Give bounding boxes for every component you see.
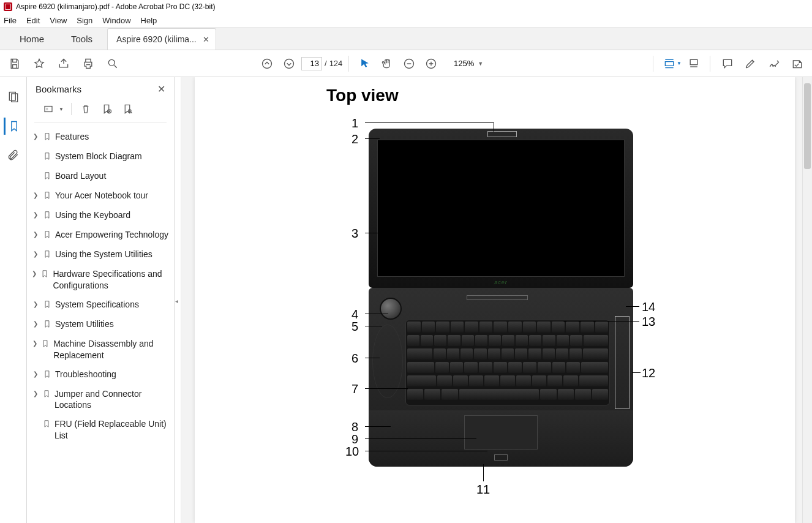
bookmark-label: Using the System Utilities bbox=[55, 249, 152, 260]
menu-view[interactable]: View bbox=[50, 16, 67, 25]
find-bookmark-icon[interactable] bbox=[121, 102, 134, 116]
document-viewer[interactable]: Top view acer bbox=[181, 77, 812, 523]
bookmark-item[interactable]: ❯Troubleshooting bbox=[31, 365, 171, 385]
bookmark-item[interactable]: ❯Jumper and Connector Locations bbox=[31, 385, 171, 415]
new-bookmark-icon[interactable] bbox=[100, 102, 113, 116]
bookmark-label: Jumper and Connector Locations bbox=[55, 388, 170, 412]
chevron-right-icon[interactable]: ❯ bbox=[32, 338, 37, 349]
menu-edit[interactable]: Edit bbox=[26, 16, 40, 25]
bookmark-label: Using the Keyboard bbox=[55, 209, 130, 221]
bookmark-icon bbox=[43, 171, 51, 182]
highlight-icon[interactable] bbox=[741, 54, 761, 73]
menu-file[interactable]: File bbox=[4, 16, 17, 25]
print-icon[interactable] bbox=[78, 54, 98, 73]
tab-tools[interactable]: Tools bbox=[58, 28, 106, 50]
selection-tool-icon[interactable] bbox=[355, 54, 375, 73]
sign-icon[interactable] bbox=[764, 54, 784, 73]
zoom-out-icon[interactable] bbox=[399, 54, 419, 73]
find-icon[interactable] bbox=[103, 54, 122, 73]
bookmarks-panel: Bookmarks ✕ ▼ ❯FeaturesSystem Block Diag… bbox=[27, 77, 175, 523]
laptop-brand: acer bbox=[494, 279, 508, 285]
chevron-right-icon[interactable]: ❯ bbox=[32, 131, 39, 142]
bookmark-label: Hardware Specifications and Configuratio… bbox=[53, 268, 170, 292]
zoom-in-icon[interactable] bbox=[421, 54, 441, 73]
bookmark-icon bbox=[43, 319, 51, 331]
menu-sign[interactable]: Sign bbox=[77, 16, 92, 25]
bookmark-item[interactable]: ❯System Specifications bbox=[31, 295, 171, 315]
zoom-dropdown[interactable]: 125% ▼ bbox=[443, 57, 483, 70]
bookmark-item[interactable]: ❯Using the System Utilities bbox=[31, 245, 171, 265]
menu-window[interactable]: Window bbox=[102, 16, 130, 25]
star-icon[interactable] bbox=[29, 54, 49, 73]
bookmark-item[interactable]: FRU (Field Replaceable Unit) List bbox=[31, 415, 171, 445]
page-sep: / bbox=[325, 59, 327, 68]
leader-line bbox=[632, 372, 641, 373]
page-down-icon[interactable] bbox=[279, 54, 299, 73]
callout-14: 14 bbox=[642, 300, 655, 314]
comment-icon[interactable] bbox=[718, 54, 737, 73]
tab-home[interactable]: Home bbox=[6, 28, 58, 50]
bookmark-item[interactable]: ❯Machine Disassembly and Replacement bbox=[31, 334, 171, 365]
bookmark-label: System Utilities bbox=[55, 318, 114, 330]
bookmark-item[interactable]: Board Layout bbox=[31, 167, 171, 186]
callout-11: 11 bbox=[476, 483, 490, 497]
main-toolbar: / 124 125% ▼ ▼ bbox=[0, 50, 812, 77]
callout-10: 10 bbox=[345, 445, 359, 459]
callout-7: 7 bbox=[351, 382, 358, 396]
bookmark-item[interactable]: ❯System Utilities bbox=[31, 315, 171, 334]
svg-rect-5 bbox=[690, 59, 697, 64]
vertical-scrollbar[interactable] bbox=[802, 77, 812, 523]
callout-13: 13 bbox=[642, 315, 655, 329]
chevron-right-icon[interactable]: ❯ bbox=[32, 388, 39, 399]
bookmark-item[interactable]: ❯Acer Empowering Technology bbox=[31, 225, 171, 245]
leader-line bbox=[626, 306, 639, 307]
share-icon[interactable] bbox=[54, 54, 73, 73]
chevron-right-icon[interactable]: ❯ bbox=[32, 318, 39, 329]
bookmark-label: Features bbox=[55, 131, 89, 143]
chevron-right-icon[interactable]: ❯ bbox=[32, 209, 39, 220]
bookmark-item[interactable]: System Block Diagram bbox=[31, 147, 171, 167]
chevron-right-icon[interactable]: ❯ bbox=[32, 299, 39, 310]
scrollbar-thumb[interactable] bbox=[804, 83, 811, 169]
tab-close-icon[interactable]: ✕ bbox=[203, 35, 209, 44]
save-icon[interactable] bbox=[5, 54, 24, 73]
bookmarks-options-icon[interactable] bbox=[42, 102, 55, 116]
caret-down-icon: ▼ bbox=[677, 61, 682, 66]
callout-5: 5 bbox=[351, 320, 358, 334]
bookmark-icon bbox=[43, 210, 51, 222]
bookmark-item[interactable]: ❯Features bbox=[31, 127, 171, 147]
toolbar-separator bbox=[653, 56, 653, 72]
chevron-right-icon[interactable]: ❯ bbox=[32, 268, 37, 279]
bookmark-item[interactable]: ❯Using the Keyboard bbox=[31, 206, 171, 225]
bookmark-item[interactable]: ❯Hardware Specifications and Configurati… bbox=[31, 265, 171, 295]
chevron-right-icon[interactable]: ❯ bbox=[32, 369, 39, 380]
bookmark-label: System Specifications bbox=[55, 299, 139, 310]
menu-help[interactable]: Help bbox=[141, 16, 157, 25]
bookmark-icon bbox=[41, 339, 50, 350]
leader-line bbox=[483, 464, 484, 481]
page-up-icon[interactable] bbox=[257, 54, 277, 73]
chevron-right-icon[interactable]: ❯ bbox=[32, 229, 39, 240]
tab-document[interactable]: Aspire 6920 (kilima... ✕ bbox=[107, 28, 216, 50]
bookmarks-icon[interactable] bbox=[4, 118, 21, 135]
laptop-dial bbox=[380, 298, 402, 320]
attachments-icon[interactable] bbox=[5, 147, 22, 164]
toolbar-separator bbox=[710, 56, 710, 72]
chevron-right-icon[interactable]: ❯ bbox=[32, 190, 39, 201]
bookmark-item[interactable]: ❯Your Acer Notebook tour bbox=[31, 186, 171, 206]
thumbnails-icon[interactable] bbox=[5, 88, 22, 105]
panel-collapse-handle[interactable]: ◂ bbox=[175, 77, 181, 523]
bookmark-label: Your Acer Notebook tour bbox=[55, 190, 148, 201]
chevron-right-icon[interactable]: ❯ bbox=[32, 249, 39, 260]
hand-tool-icon[interactable] bbox=[377, 54, 397, 73]
callout-1: 1 bbox=[351, 116, 358, 130]
delete-bookmark-icon[interactable] bbox=[79, 102, 92, 116]
panel-close-icon[interactable]: ✕ bbox=[157, 83, 165, 95]
page-display-icon[interactable] bbox=[684, 54, 704, 73]
bookmark-icon bbox=[43, 249, 51, 261]
page-number-input[interactable] bbox=[301, 57, 322, 70]
page-heading: Top view bbox=[326, 86, 399, 105]
laptop-diagram: acer bbox=[369, 129, 633, 467]
stamp-icon[interactable] bbox=[788, 54, 807, 73]
bookmarks-toolbar: ▼ bbox=[34, 100, 167, 122]
